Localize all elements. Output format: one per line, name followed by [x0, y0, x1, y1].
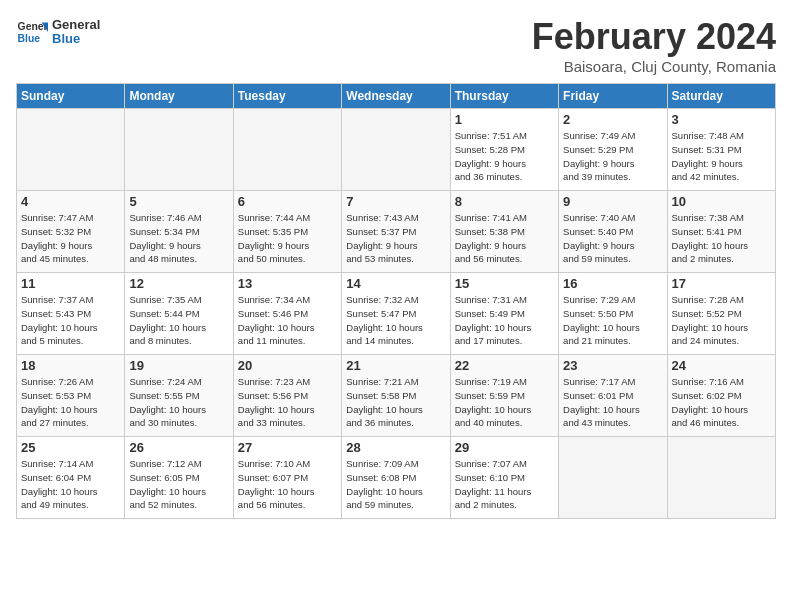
- page-header: General Blue General Blue February 2024 …: [16, 16, 776, 75]
- day-number: 24: [672, 358, 771, 373]
- day-info: Sunrise: 7:07 AM Sunset: 6:10 PM Dayligh…: [455, 457, 554, 512]
- col-header-thursday: Thursday: [450, 84, 558, 109]
- day-number: 21: [346, 358, 445, 373]
- day-number: 16: [563, 276, 662, 291]
- day-info: Sunrise: 7:51 AM Sunset: 5:28 PM Dayligh…: [455, 129, 554, 184]
- day-number: 26: [129, 440, 228, 455]
- day-info: Sunrise: 7:43 AM Sunset: 5:37 PM Dayligh…: [346, 211, 445, 266]
- day-cell: 18Sunrise: 7:26 AM Sunset: 5:53 PM Dayli…: [17, 355, 125, 437]
- day-number: 23: [563, 358, 662, 373]
- day-cell: [342, 109, 450, 191]
- day-cell: 3Sunrise: 7:48 AM Sunset: 5:31 PM Daylig…: [667, 109, 775, 191]
- col-header-friday: Friday: [559, 84, 667, 109]
- day-number: 22: [455, 358, 554, 373]
- day-number: 28: [346, 440, 445, 455]
- day-info: Sunrise: 7:28 AM Sunset: 5:52 PM Dayligh…: [672, 293, 771, 348]
- column-header-row: SundayMondayTuesdayWednesdayThursdayFrid…: [17, 84, 776, 109]
- svg-text:Blue: Blue: [18, 33, 41, 44]
- day-cell: [17, 109, 125, 191]
- day-number: 13: [238, 276, 337, 291]
- calendar-subtitle: Baisoara, Cluj County, Romania: [532, 58, 776, 75]
- day-number: 20: [238, 358, 337, 373]
- day-info: Sunrise: 7:44 AM Sunset: 5:35 PM Dayligh…: [238, 211, 337, 266]
- day-info: Sunrise: 7:29 AM Sunset: 5:50 PM Dayligh…: [563, 293, 662, 348]
- calendar-title: February 2024: [532, 16, 776, 58]
- col-header-tuesday: Tuesday: [233, 84, 341, 109]
- day-cell: 11Sunrise: 7:37 AM Sunset: 5:43 PM Dayli…: [17, 273, 125, 355]
- day-cell: [667, 437, 775, 519]
- day-info: Sunrise: 7:09 AM Sunset: 6:08 PM Dayligh…: [346, 457, 445, 512]
- day-cell: 12Sunrise: 7:35 AM Sunset: 5:44 PM Dayli…: [125, 273, 233, 355]
- day-cell: 1Sunrise: 7:51 AM Sunset: 5:28 PM Daylig…: [450, 109, 558, 191]
- day-cell: 6Sunrise: 7:44 AM Sunset: 5:35 PM Daylig…: [233, 191, 341, 273]
- day-cell: 15Sunrise: 7:31 AM Sunset: 5:49 PM Dayli…: [450, 273, 558, 355]
- day-number: 6: [238, 194, 337, 209]
- week-row-5: 25Sunrise: 7:14 AM Sunset: 6:04 PM Dayli…: [17, 437, 776, 519]
- day-info: Sunrise: 7:49 AM Sunset: 5:29 PM Dayligh…: [563, 129, 662, 184]
- day-cell: 8Sunrise: 7:41 AM Sunset: 5:38 PM Daylig…: [450, 191, 558, 273]
- col-header-sunday: Sunday: [17, 84, 125, 109]
- week-row-4: 18Sunrise: 7:26 AM Sunset: 5:53 PM Dayli…: [17, 355, 776, 437]
- day-number: 10: [672, 194, 771, 209]
- week-row-2: 4Sunrise: 7:47 AM Sunset: 5:32 PM Daylig…: [17, 191, 776, 273]
- day-info: Sunrise: 7:41 AM Sunset: 5:38 PM Dayligh…: [455, 211, 554, 266]
- day-number: 7: [346, 194, 445, 209]
- day-cell: 7Sunrise: 7:43 AM Sunset: 5:37 PM Daylig…: [342, 191, 450, 273]
- day-info: Sunrise: 7:24 AM Sunset: 5:55 PM Dayligh…: [129, 375, 228, 430]
- day-cell: 28Sunrise: 7:09 AM Sunset: 6:08 PM Dayli…: [342, 437, 450, 519]
- day-info: Sunrise: 7:31 AM Sunset: 5:49 PM Dayligh…: [455, 293, 554, 348]
- day-info: Sunrise: 7:17 AM Sunset: 6:01 PM Dayligh…: [563, 375, 662, 430]
- day-cell: [233, 109, 341, 191]
- day-cell: 20Sunrise: 7:23 AM Sunset: 5:56 PM Dayli…: [233, 355, 341, 437]
- day-cell: 22Sunrise: 7:19 AM Sunset: 5:59 PM Dayli…: [450, 355, 558, 437]
- day-cell: 17Sunrise: 7:28 AM Sunset: 5:52 PM Dayli…: [667, 273, 775, 355]
- day-info: Sunrise: 7:37 AM Sunset: 5:43 PM Dayligh…: [21, 293, 120, 348]
- day-info: Sunrise: 7:40 AM Sunset: 5:40 PM Dayligh…: [563, 211, 662, 266]
- day-number: 25: [21, 440, 120, 455]
- day-cell: 4Sunrise: 7:47 AM Sunset: 5:32 PM Daylig…: [17, 191, 125, 273]
- day-cell: 2Sunrise: 7:49 AM Sunset: 5:29 PM Daylig…: [559, 109, 667, 191]
- day-number: 29: [455, 440, 554, 455]
- calendar-table: SundayMondayTuesdayWednesdayThursdayFrid…: [16, 83, 776, 519]
- day-info: Sunrise: 7:10 AM Sunset: 6:07 PM Dayligh…: [238, 457, 337, 512]
- day-number: 17: [672, 276, 771, 291]
- logo: General Blue General Blue: [16, 16, 100, 48]
- week-row-1: 1Sunrise: 7:51 AM Sunset: 5:28 PM Daylig…: [17, 109, 776, 191]
- day-cell: [125, 109, 233, 191]
- day-info: Sunrise: 7:48 AM Sunset: 5:31 PM Dayligh…: [672, 129, 771, 184]
- day-cell: 26Sunrise: 7:12 AM Sunset: 6:05 PM Dayli…: [125, 437, 233, 519]
- day-number: 2: [563, 112, 662, 127]
- day-info: Sunrise: 7:35 AM Sunset: 5:44 PM Dayligh…: [129, 293, 228, 348]
- day-info: Sunrise: 7:19 AM Sunset: 5:59 PM Dayligh…: [455, 375, 554, 430]
- day-cell: 13Sunrise: 7:34 AM Sunset: 5:46 PM Dayli…: [233, 273, 341, 355]
- col-header-wednesday: Wednesday: [342, 84, 450, 109]
- day-number: 8: [455, 194, 554, 209]
- day-number: 9: [563, 194, 662, 209]
- day-number: 14: [346, 276, 445, 291]
- day-info: Sunrise: 7:26 AM Sunset: 5:53 PM Dayligh…: [21, 375, 120, 430]
- day-info: Sunrise: 7:23 AM Sunset: 5:56 PM Dayligh…: [238, 375, 337, 430]
- day-info: Sunrise: 7:34 AM Sunset: 5:46 PM Dayligh…: [238, 293, 337, 348]
- day-number: 11: [21, 276, 120, 291]
- day-info: Sunrise: 7:47 AM Sunset: 5:32 PM Dayligh…: [21, 211, 120, 266]
- day-info: Sunrise: 7:14 AM Sunset: 6:04 PM Dayligh…: [21, 457, 120, 512]
- day-info: Sunrise: 7:32 AM Sunset: 5:47 PM Dayligh…: [346, 293, 445, 348]
- day-cell: 9Sunrise: 7:40 AM Sunset: 5:40 PM Daylig…: [559, 191, 667, 273]
- day-info: Sunrise: 7:16 AM Sunset: 6:02 PM Dayligh…: [672, 375, 771, 430]
- day-number: 27: [238, 440, 337, 455]
- day-cell: 19Sunrise: 7:24 AM Sunset: 5:55 PM Dayli…: [125, 355, 233, 437]
- logo-blue: Blue: [52, 32, 100, 46]
- col-header-monday: Monday: [125, 84, 233, 109]
- day-cell: 16Sunrise: 7:29 AM Sunset: 5:50 PM Dayli…: [559, 273, 667, 355]
- day-number: 18: [21, 358, 120, 373]
- day-cell: 5Sunrise: 7:46 AM Sunset: 5:34 PM Daylig…: [125, 191, 233, 273]
- day-cell: 29Sunrise: 7:07 AM Sunset: 6:10 PM Dayli…: [450, 437, 558, 519]
- day-info: Sunrise: 7:21 AM Sunset: 5:58 PM Dayligh…: [346, 375, 445, 430]
- day-cell: 25Sunrise: 7:14 AM Sunset: 6:04 PM Dayli…: [17, 437, 125, 519]
- day-cell: 10Sunrise: 7:38 AM Sunset: 5:41 PM Dayli…: [667, 191, 775, 273]
- day-info: Sunrise: 7:46 AM Sunset: 5:34 PM Dayligh…: [129, 211, 228, 266]
- day-number: 15: [455, 276, 554, 291]
- day-cell: 24Sunrise: 7:16 AM Sunset: 6:02 PM Dayli…: [667, 355, 775, 437]
- day-info: Sunrise: 7:38 AM Sunset: 5:41 PM Dayligh…: [672, 211, 771, 266]
- day-cell: 23Sunrise: 7:17 AM Sunset: 6:01 PM Dayli…: [559, 355, 667, 437]
